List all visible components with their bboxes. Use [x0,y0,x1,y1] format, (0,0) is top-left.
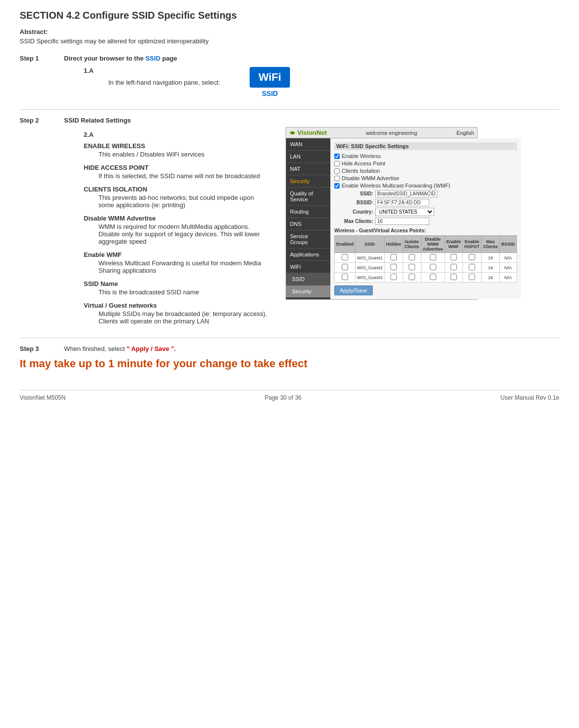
col-hspot: Enable HSPOT [463,236,482,253]
guest1-bssid: N/A [500,253,517,263]
checkbox-enable-wmf-input[interactable] [334,183,340,189]
guest1-hspot[interactable] [469,254,475,260]
nav-lan[interactable]: LAN [286,151,330,163]
nav-security-sub[interactable]: Security [286,285,330,298]
nav-applications[interactable]: Applications [286,249,330,261]
guest1-hidden[interactable] [390,254,397,260]
col-hidden: Hidden [385,236,403,253]
router-logo: VisionNet [289,129,327,136]
wifi-ssid-block: WiFi SSID [250,67,290,97]
guest2-isolate[interactable] [409,264,415,270]
field-bssid: BSSID: F4:5F:F7:2A:4D:DD [341,199,517,206]
guest1-wmf[interactable] [450,254,457,260]
router-main: WiFi: SSID Specific Settings Enable Wire… [330,138,521,299]
sub-item-enable-wireless: ENABLE WIRELESS This enables / Disables … [84,142,271,158]
step3-content: When finished, select " Apply / Save ". [64,345,559,352]
nav-service-groups[interactable]: Service Groups [286,230,330,249]
col-enable-wmf: Enable WMF [445,236,463,253]
guest3-max: 16 [482,273,500,283]
step2-outer: 2.A ENABLE WIRELESS This enables / Disab… [64,127,559,331]
sub-item-virtual-guest: Virtual / Guest networks Mutliple SSIDs … [84,302,271,325]
col-max: Max Clients [482,236,500,253]
guest3-enabled[interactable] [342,274,348,280]
guest-row-3: W/O_Guest3 16 N/A [335,273,517,283]
step1-num: Step 1 [20,55,64,62]
footer-center: Page 30 of 36 [265,394,302,401]
guest1-max: 16 [482,253,500,263]
nav-ssid[interactable]: SSID [286,273,330,285]
guest-section-title: Wireless - Guest/Virtual Access Points: [334,228,517,233]
nav-dns[interactable]: DNS [286,218,330,230]
sub-item-clients-isolation: CLIENTS ISOLATION This prevents ad-hoc n… [84,186,271,209]
sub-item-enable-wmf: Enable WMF Wireless Multicast Forwarding… [84,251,271,274]
step2-sub-num: 2.A [84,131,271,138]
ssid-badge-label: SSID [250,90,290,97]
step1-content: Direct your browser to the SSID page 1.A… [64,55,559,102]
step2-left: 2.A ENABLE WIRELESS This enables / Disab… [64,127,271,331]
guest-row-1: W/O_Guest1 16 N/A [335,253,517,263]
nav-nat[interactable]: NAT [286,163,330,175]
guest-row-2: W/O_Guest2 16 N/A [335,263,517,273]
nav-wan[interactable]: WAN [286,138,330,151]
field-ssid: SSID: BrandedSSID_LANMACID [341,190,517,197]
router-header-lang: English [456,130,474,136]
guest1-disable-wmm[interactable] [430,254,436,260]
guest2-hspot[interactable] [469,264,475,270]
checkbox-enable-wireless: Enable Wireless [334,153,517,159]
checkbox-clients-isolation: Clients Isolation [334,168,517,174]
col-disable-wmm: Disable WMM Advertise [421,236,445,253]
step1-sub-a-body: In the left-hand navigation pane, select… [108,67,559,97]
nav-wifi[interactable]: WiFi [286,261,330,273]
guest1-isolate[interactable] [409,254,415,260]
guest2-ssid: W/O_Guest2 [355,263,385,273]
router-header-subtitle: welcome engineering [366,130,417,136]
guest2-wmf[interactable] [450,264,457,270]
step2-row: Step 2 SSID Related Settings 2.A ENABLE … [20,117,559,331]
col-bssid: BSSID [500,236,517,253]
sub-item-ssid-name: SSID Name This is the broadcasted SSID n… [84,280,271,296]
nav-routing[interactable]: Routing [286,206,330,218]
step1-sub-a-num: 1.A [84,67,108,74]
step2-right: VisionNet welcome engineering English WA… [286,127,559,331]
checkbox-clients-isolation-input[interactable] [334,168,340,174]
field-max-clients-value[interactable]: 16 [375,218,429,225]
checkbox-disable-wmm: Disable WMM Advertise [334,175,517,181]
checkbox-disable-wmm-input[interactable] [334,176,340,181]
step3-text-before: When finished, select [64,345,127,352]
guest2-disable-wmm[interactable] [430,264,436,270]
guest2-hidden[interactable] [390,264,397,270]
guest3-hspot[interactable] [469,274,475,280]
checkbox-hide-access-input[interactable] [334,161,340,166]
step3-highlight: " Apply / Save ". [127,345,176,352]
guest2-bssid: N/A [500,263,517,273]
sub-item-disable-wmm: Disable WMM Advertise WMM is required fo… [84,215,271,245]
guest3-ssid: W/O_Guest3 [355,273,385,283]
col-isolate: Isolate Clients [403,236,421,253]
router-body: WAN LAN NAT Security Quality of Service … [286,138,477,299]
field-bssid-value: F4:5F:F7:2A:4D:DD [375,199,429,206]
guest1-enabled[interactable] [342,254,348,260]
guest2-enabled[interactable] [342,264,348,270]
checkbox-enable-wireless-input[interactable] [334,154,340,159]
col-ssid: SSID [355,236,385,253]
router-header: VisionNet welcome engineering English [286,127,477,138]
guest3-disable-wmm[interactable] [430,274,436,280]
guest3-bssid: N/A [500,273,517,283]
step1-sub-a: 1.A In the left-hand navigation pane, se… [84,67,559,97]
footer-right: User Manual Rev 0.1e [501,394,559,401]
nav-qos[interactable]: Quality of Service [286,188,330,206]
field-max-clients: Max Clients: 16 [341,218,517,225]
apply-save-button[interactable]: Apply/Save [334,285,373,295]
nav-security[interactable]: Security [286,175,330,188]
guest3-wmf[interactable] [450,274,457,280]
guest3-hidden[interactable] [390,274,397,280]
sub-item-hide-access-point: HIDE ACCESS POINT If this is selected, t… [84,164,271,180]
step2-content: SSID Related Settings 2.A ENABLE WIRELES… [64,117,559,331]
step2-title: SSID Related Settings [64,117,559,124]
abstract-label: Abstract: [20,28,559,35]
col-enabled: Enabled [335,236,355,253]
field-ssid-value[interactable]: BrandedSSID_LANMACID [375,190,437,197]
field-country-select[interactable]: UNITED STATES [375,208,434,216]
guest3-isolate[interactable] [409,274,415,280]
guest2-max: 16 [482,263,500,273]
